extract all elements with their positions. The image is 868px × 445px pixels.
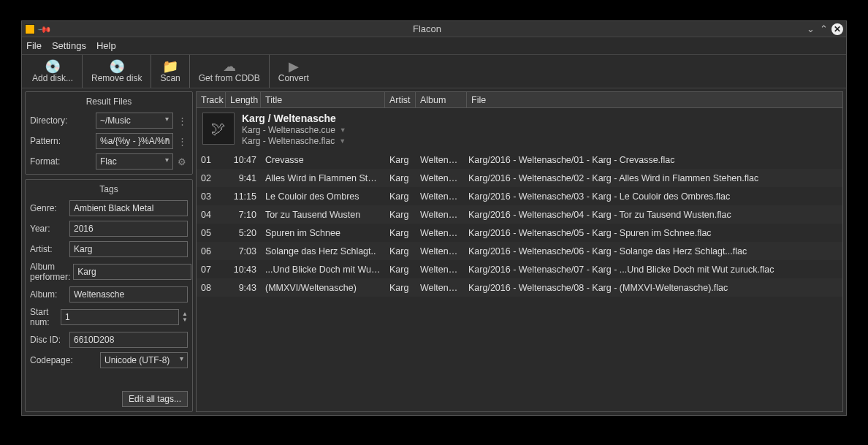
codepage-select[interactable]: Unicode (UTF-8) bbox=[100, 352, 188, 368]
pattern-select[interactable]: %a/{%y - }%A/%n - %a - %t bbox=[96, 133, 173, 149]
track-list: 0110:47CrevasseKargWeltenascheKarg/2016 … bbox=[197, 151, 842, 411]
cell-length: 9:43 bbox=[226, 283, 261, 293]
format-select[interactable]: Flac bbox=[96, 153, 173, 170]
add-disk-button[interactable]: 💿 Add disk... bbox=[23, 55, 83, 88]
scan-button[interactable]: 📁 Scan bbox=[151, 55, 189, 88]
col-album[interactable]: Album bbox=[416, 92, 467, 107]
start-num-label: Start num: bbox=[30, 307, 58, 327]
app-icon bbox=[25, 24, 35, 34]
cell-file: Karg/2016 - Weltenasche/04 - Karg - Tor … bbox=[464, 210, 842, 220]
col-file[interactable]: File bbox=[467, 92, 842, 107]
table-row[interactable]: 067:03Solange das Herz Schlagt..KargWelt… bbox=[197, 242, 842, 260]
cell-track: 08 bbox=[197, 283, 226, 293]
cell-artist: Karg bbox=[385, 228, 416, 238]
cell-artist: Karg bbox=[385, 283, 416, 293]
cell-track: 05 bbox=[197, 228, 226, 238]
cell-track: 04 bbox=[197, 210, 226, 220]
cell-file: Karg/2016 - Weltenasche/01 - Karg - Crev… bbox=[464, 155, 842, 165]
tags-title: Tags bbox=[30, 184, 188, 194]
format-settings-icon[interactable]: ⚙ bbox=[176, 156, 188, 167]
cell-album: Weltenasche bbox=[416, 246, 464, 256]
table-row[interactable]: 0110:47CrevasseKargWeltenascheKarg/2016 … bbox=[197, 151, 842, 169]
cell-album: Weltenasche bbox=[416, 173, 464, 183]
album-title: Karg / Weltenasche bbox=[242, 113, 346, 124]
cell-artist: Karg bbox=[385, 265, 416, 275]
cell-artist: Karg bbox=[385, 246, 416, 256]
menubar: File Settings Help bbox=[22, 37, 846, 55]
pattern-more-icon[interactable]: ⋮ bbox=[176, 136, 188, 147]
cell-title: (MMXVI/Weltenasche) bbox=[261, 283, 385, 293]
table-row[interactable]: 0710:43...Und Blicke Doch mit Wut zuruck… bbox=[197, 260, 842, 278]
start-num-spin[interactable]: ▲▼ bbox=[182, 311, 188, 323]
disc-id-label: Disc ID: bbox=[30, 335, 66, 345]
cell-album: Weltenasche bbox=[416, 228, 464, 238]
col-length[interactable]: Length bbox=[226, 92, 261, 107]
cell-track: 02 bbox=[197, 173, 226, 183]
cell-artist: Karg bbox=[385, 155, 416, 165]
cell-length: 5:20 bbox=[226, 228, 261, 238]
cd-minus-icon: 💿 bbox=[109, 60, 125, 73]
directory-more-icon[interactable]: ⋮ bbox=[176, 115, 188, 126]
menu-settings[interactable]: Settings bbox=[52, 40, 86, 51]
album-performer-input[interactable] bbox=[73, 264, 191, 280]
col-track[interactable]: Track bbox=[197, 92, 226, 107]
cell-artist: Karg bbox=[385, 173, 416, 183]
table-row[interactable]: 055:20Spuren im SchneeKargWeltenascheKar… bbox=[197, 224, 842, 242]
start-num-input[interactable] bbox=[61, 309, 179, 325]
cell-length: 11:15 bbox=[226, 191, 261, 202]
format-label: Format: bbox=[30, 156, 93, 167]
cell-album: Weltenasche bbox=[416, 210, 464, 220]
table-row[interactable]: 089:43(MMXVI/Weltenasche)KargWeltenasche… bbox=[197, 278, 842, 297]
table-row[interactable]: 0311:15Le Couloir des OmbresKargWeltenas… bbox=[197, 187, 842, 205]
remove-disk-button[interactable]: 💿 Remove disk bbox=[83, 55, 151, 88]
cell-track: 01 bbox=[197, 155, 226, 165]
cell-file: Karg/2016 - Weltenasche/05 - Karg - Spur… bbox=[464, 228, 842, 238]
cell-title: Alles Wird in Flammen Stehen bbox=[261, 173, 385, 183]
table-row[interactable]: 029:41Alles Wird in Flammen StehenKargWe… bbox=[197, 169, 842, 187]
flac-dropdown-icon[interactable]: ▼ bbox=[339, 137, 346, 145]
codepage-label: Codepage: bbox=[30, 355, 97, 365]
genre-label: Genre: bbox=[30, 203, 66, 213]
menu-help[interactable]: Help bbox=[96, 40, 116, 51]
col-artist[interactable]: Artist bbox=[385, 92, 416, 107]
table-row[interactable]: 047:10Tor zu Tausend WustenKargWeltenasc… bbox=[197, 205, 842, 224]
genre-input[interactable] bbox=[69, 200, 188, 216]
cddb-button[interactable]: ☁ Get from CDDB bbox=[190, 55, 270, 88]
col-title[interactable]: Title bbox=[261, 92, 385, 107]
result-files-title: Result Files bbox=[30, 96, 188, 107]
cell-album: Weltenasche bbox=[416, 283, 464, 293]
convert-button[interactable]: ▶ Convert bbox=[270, 55, 318, 88]
titlebar: 📌 Flacon ⌄ ⌃ ✕ bbox=[22, 21, 846, 37]
folder-icon: 📁 bbox=[162, 60, 178, 73]
toolbar: 💿 Add disk... 💿 Remove disk 📁 Scan ☁ Get… bbox=[22, 55, 846, 88]
artist-input[interactable] bbox=[69, 241, 188, 257]
menu-file[interactable]: File bbox=[26, 40, 42, 51]
close-icon[interactable]: ✕ bbox=[831, 23, 843, 35]
right-panel: Track Length Title Artist Album File 🕊 K… bbox=[196, 91, 843, 412]
cell-artist: Karg bbox=[385, 191, 416, 202]
expand-icon[interactable]: ⌃ bbox=[817, 23, 830, 34]
album-art: 🕊 bbox=[202, 113, 235, 145]
edit-all-tags-button[interactable]: Edit all tags... bbox=[122, 391, 188, 407]
cell-album: Weltenasche bbox=[416, 191, 464, 202]
cell-track: 06 bbox=[197, 246, 226, 256]
cell-file: Karg/2016 - Weltenasche/03 - Karg - Le C… bbox=[464, 191, 842, 202]
cell-file: Karg/2016 - Weltenasche/07 - Karg - ...U… bbox=[464, 265, 842, 275]
cell-track: 03 bbox=[197, 191, 226, 202]
cell-length: 10:47 bbox=[226, 155, 261, 165]
directory-select[interactable]: ~/Music bbox=[96, 113, 173, 129]
artist-label: Artist: bbox=[30, 244, 66, 254]
album-input[interactable] bbox=[69, 286, 188, 303]
directory-label: Directory: bbox=[30, 115, 93, 126]
cell-length: 7:03 bbox=[226, 246, 261, 256]
album-performer-label: Album performer: bbox=[30, 262, 70, 282]
cell-file: Karg/2016 - Weltenasche/08 - Karg - (MMX… bbox=[464, 283, 842, 293]
cloud-download-icon: ☁ bbox=[223, 60, 236, 73]
cue-dropdown-icon[interactable]: ▼ bbox=[340, 126, 346, 134]
play-icon: ▶ bbox=[289, 60, 299, 73]
collapse-icon[interactable]: ⌄ bbox=[804, 23, 817, 34]
main-window: 📌 Flacon ⌄ ⌃ ✕ File Settings Help 💿 Add … bbox=[21, 20, 847, 416]
year-label: Year: bbox=[30, 224, 66, 234]
year-input[interactable] bbox=[69, 221, 188, 237]
disc-id-input[interactable] bbox=[69, 332, 188, 348]
